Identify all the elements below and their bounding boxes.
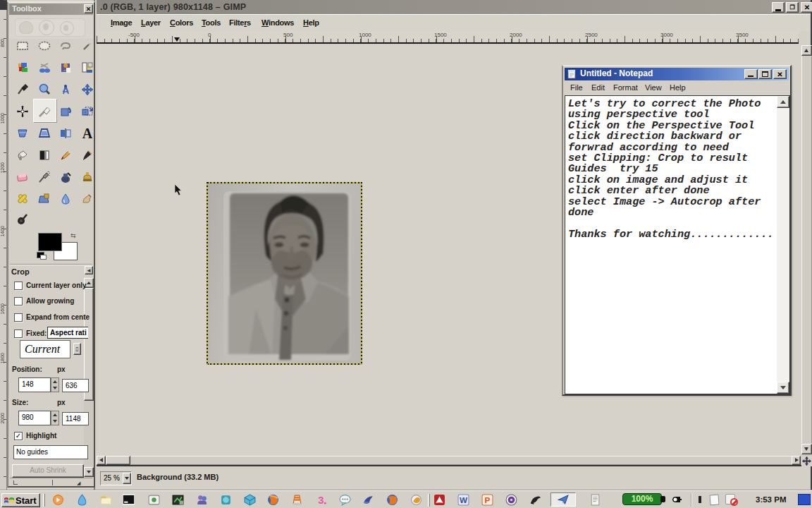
svg-text:W: W bbox=[460, 495, 467, 504]
svg-text:P: P bbox=[485, 495, 491, 504]
svg-text:3: 3 bbox=[318, 495, 324, 506]
svg-text:A: A bbox=[82, 127, 93, 140]
